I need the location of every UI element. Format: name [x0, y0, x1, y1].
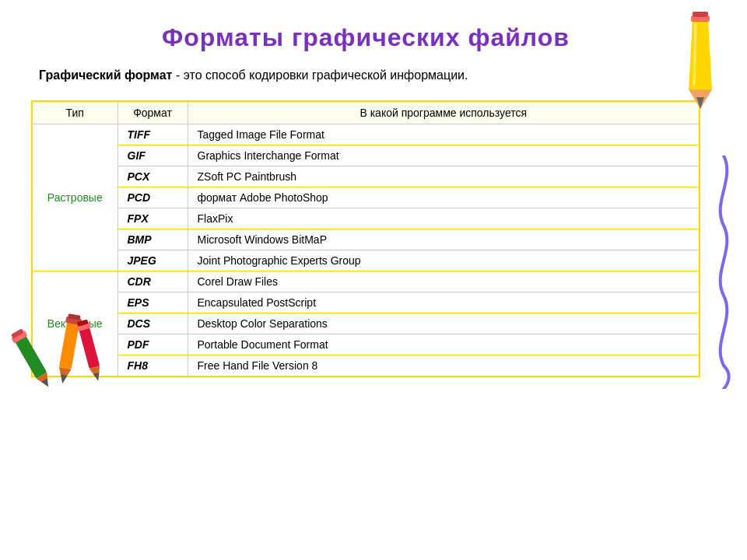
pencil-decoration-top-right [669, 12, 731, 113]
cell-description: FlaxPix [188, 208, 700, 229]
cell-description: Desktop Color Separations [188, 313, 700, 334]
subtitle-bold: Графический формат [39, 68, 172, 82]
col-header-desc: В какой программе используется [188, 101, 700, 124]
cell-format: BMP [117, 229, 188, 250]
formats-table: Тип Формат В какой программе используетс… [31, 100, 700, 377]
table-header-row: Тип Формат В какой программе используетс… [32, 101, 700, 124]
cell-description: Tagged Image File Format [188, 124, 700, 145]
table-row: FPXFlaxPix [32, 208, 700, 229]
svg-rect-4 [693, 12, 708, 17]
cell-description: Joint Photographic Experts Group [188, 250, 700, 271]
svg-marker-0 [689, 19, 712, 89]
table-row: РастровыеTIFFTagged Image File Format [32, 124, 700, 145]
cell-format: PCX [117, 166, 188, 187]
table-row: EPSEncapsulated PostScript [32, 292, 700, 313]
cell-description: Portable Document Format [188, 334, 700, 355]
svg-rect-6 [15, 335, 47, 379]
subtitle-text: Графический формат - это способ кодировк… [31, 66, 700, 85]
table-row: PDFPortable Document Format [32, 334, 700, 355]
table-row: BMPMicrosoft Windows BitMaP [32, 229, 700, 250]
table-row: JPEGJoint Photographic Experts Group [32, 250, 700, 271]
svg-line-5 [694, 23, 696, 86]
svg-marker-18 [93, 373, 101, 382]
cell-description: Corel Draw Files [188, 271, 700, 292]
cell-format: EPS [117, 292, 188, 313]
cell-type: Растровые [32, 124, 117, 271]
cell-format: TIFF [117, 124, 188, 145]
table-row: PCXZSoft PC Paintbrush [32, 166, 700, 187]
cell-format: DCS [117, 313, 188, 334]
pencils-decoration-bottom-left [8, 311, 101, 381]
cell-format: GIF [117, 145, 188, 166]
cell-description: Microsoft Windows BitMaP [188, 229, 700, 250]
cell-format: PDF [117, 334, 188, 355]
col-header-type: Тип [32, 101, 117, 124]
cell-format: CDR [117, 271, 188, 292]
table-row: DCSDesktop Color Separations [32, 313, 700, 334]
subtitle-rest: - это способ кодировки графической инфор… [172, 68, 468, 82]
cell-description: Free Hand File Version 8 [188, 355, 700, 377]
page-container: Форматы графических файлов Графический ф… [0, 0, 747, 393]
table-row: PCDформат Adobe PhotoShop [32, 187, 700, 208]
cell-description: формат Adobe PhotoShop [188, 187, 700, 208]
cell-description: Graphics Interchange Format [188, 145, 700, 166]
cell-description: ZSoft PC Paintbrush [188, 166, 700, 187]
table-row: ВекторныеCDRCorel Draw Files [32, 271, 700, 292]
table-row: GIFGraphics Interchange Format [32, 145, 700, 166]
cell-format: FH8 [117, 355, 188, 377]
svg-rect-16 [79, 327, 100, 369]
cell-format: JPEG [117, 250, 188, 271]
svg-marker-13 [59, 375, 67, 384]
svg-rect-11 [59, 321, 79, 369]
col-header-format: Формат [117, 101, 188, 124]
page-title: Форматы графических файлов [31, 23, 700, 52]
wave-decoration-right [708, 156, 739, 389]
cell-description: Encapsulated PostScript [188, 292, 700, 313]
cell-format: PCD [117, 187, 188, 208]
table-row: FH8Free Hand File Version 8 [32, 355, 700, 377]
cell-format: FPX [117, 208, 188, 229]
